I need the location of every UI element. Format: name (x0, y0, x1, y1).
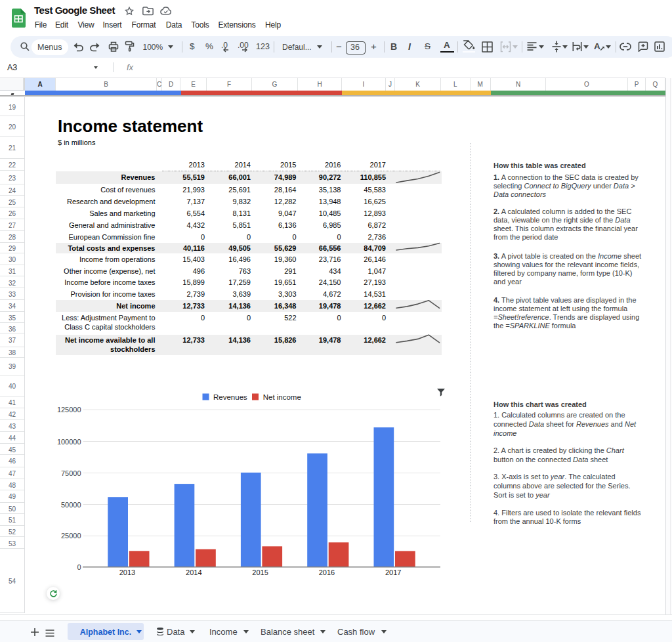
svg-text:A: A (594, 41, 600, 51)
svg-text:Revenues: Revenues (213, 393, 247, 401)
svg-text:2015: 2015 (252, 568, 268, 576)
svg-text:2016: 2016 (319, 568, 335, 576)
svg-text:2013: 2013 (119, 568, 135, 576)
svg-text:75000: 75000 (61, 469, 81, 477)
svg-text:2017: 2017 (385, 568, 401, 576)
svg-text:0: 0 (77, 563, 81, 571)
svg-text:Net income: Net income (263, 393, 301, 401)
svg-text:2014: 2014 (186, 568, 201, 576)
svg-text:50000: 50000 (61, 501, 81, 509)
svg-text:125000: 125000 (57, 406, 81, 414)
svg-text:25000: 25000 (61, 532, 81, 540)
svg-text:100000: 100000 (57, 438, 81, 446)
